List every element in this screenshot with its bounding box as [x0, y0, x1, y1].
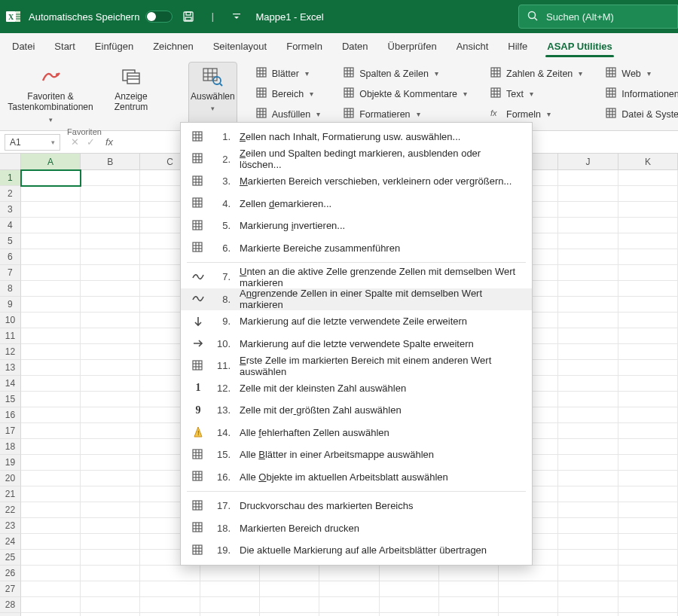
- ribbon-cmd-informationen[interactable]: Informationen▾: [600, 85, 678, 102]
- cell[interactable]: [21, 550, 81, 566]
- cell[interactable]: [81, 328, 140, 344]
- cell[interactable]: [618, 392, 678, 407]
- cell[interactable]: [81, 471, 140, 486]
- menu-item-16[interactable]: 16.Alle Objekte im aktuellen Arbeitsblat…: [181, 466, 532, 489]
- row-header[interactable]: 20: [0, 471, 21, 486]
- menu-item-8[interactable]: 8.Angrenzende Zellen in einer Spalte mit…: [181, 288, 532, 311]
- cell[interactable]: [21, 328, 81, 344]
- cell[interactable]: [21, 313, 81, 328]
- cell[interactable]: [319, 581, 379, 597]
- cell[interactable]: [618, 423, 678, 439]
- row-header[interactable]: 25: [0, 550, 21, 566]
- cell[interactable]: [558, 392, 618, 407]
- cell[interactable]: [21, 471, 81, 486]
- menu-item-17[interactable]: 17.Druckvorschau des markierten Bereichs: [181, 495, 532, 517]
- cell[interactable]: [21, 392, 81, 407]
- row-header[interactable]: 24: [0, 534, 21, 550]
- cell[interactable]: [618, 281, 678, 297]
- cell[interactable]: [618, 502, 678, 518]
- cell[interactable]: [558, 439, 618, 455]
- cell[interactable]: [558, 170, 618, 186]
- menu-item-9[interactable]: 9.Markierung auf die letzte verwendete Z…: [181, 310, 532, 333]
- cell[interactable]: [21, 202, 81, 218]
- cell[interactable]: [200, 566, 260, 581]
- row-header[interactable]: 8: [0, 281, 21, 297]
- cell[interactable]: [21, 265, 81, 281]
- cell[interactable]: [81, 597, 140, 613]
- cell[interactable]: [558, 597, 618, 613]
- cell[interactable]: [499, 581, 558, 597]
- cell[interactable]: [618, 581, 678, 597]
- cell[interactable]: [499, 566, 558, 581]
- cell[interactable]: [618, 613, 678, 616]
- cell[interactable]: [380, 566, 439, 581]
- cell[interactable]: [618, 186, 678, 202]
- column-header[interactable]: K: [618, 154, 678, 169]
- cell[interactable]: [81, 455, 140, 471]
- fx-label[interactable]: fx: [101, 136, 118, 148]
- cell[interactable]: [618, 360, 678, 376]
- cell[interactable]: [618, 344, 678, 360]
- cell[interactable]: [319, 613, 379, 616]
- cell[interactable]: [558, 550, 618, 566]
- tab-start[interactable]: Start: [45, 35, 84, 59]
- cell[interactable]: [439, 581, 499, 597]
- cell[interactable]: [21, 344, 81, 360]
- cell[interactable]: [558, 423, 618, 439]
- row-header[interactable]: 10: [0, 313, 21, 328]
- ribbon-cmd-web[interactable]: Web▾: [600, 65, 678, 82]
- row-header[interactable]: 2: [0, 186, 21, 202]
- row-header[interactable]: 21: [0, 486, 21, 502]
- menu-item-18[interactable]: 18.Markierten Bereich drucken: [181, 517, 532, 540]
- cell[interactable]: [558, 455, 618, 471]
- column-header[interactable]: A: [21, 154, 81, 169]
- cell[interactable]: [21, 376, 81, 392]
- cell[interactable]: [558, 613, 618, 616]
- cell[interactable]: [380, 613, 439, 616]
- cell[interactable]: [21, 218, 81, 233]
- cell[interactable]: [558, 566, 618, 581]
- ribbon-cmd-bereich[interactable]: Bereich▾: [251, 85, 325, 102]
- cell[interactable]: [618, 170, 678, 186]
- menu-item-19[interactable]: 19.Die aktuelle Markierung auf alle Arbe…: [181, 539, 532, 562]
- tab-hilfe[interactable]: Hilfe: [499, 35, 536, 59]
- row-header[interactable]: 17: [0, 423, 21, 439]
- cell[interactable]: [319, 566, 379, 581]
- cell[interactable]: [81, 360, 140, 376]
- tab-daten[interactable]: Daten: [333, 35, 377, 59]
- menu-item-11[interactable]: 11.Erste Zelle im markierten Bereich mit…: [181, 355, 532, 377]
- ribbon-cmd-text[interactable]: Text▾: [485, 85, 587, 102]
- cell[interactable]: [618, 407, 678, 423]
- cell[interactable]: [380, 581, 439, 597]
- cell[interactable]: [558, 471, 618, 486]
- cell[interactable]: [558, 376, 618, 392]
- cell[interactable]: [200, 581, 260, 597]
- cell[interactable]: [81, 233, 140, 249]
- row-header[interactable]: 15: [0, 392, 21, 407]
- favoriten-button[interactable]: Favoriten & Tastenkombinationen ▾: [8, 62, 93, 126]
- cell[interactable]: [260, 597, 319, 613]
- menu-item-5[interactable]: 5.Markierung invertieren...: [181, 215, 532, 237]
- cell[interactable]: [21, 566, 81, 581]
- cell[interactable]: [260, 566, 319, 581]
- cell[interactable]: [439, 566, 499, 581]
- cell[interactable]: [21, 518, 81, 534]
- cell[interactable]: [21, 439, 81, 455]
- cell[interactable]: [618, 376, 678, 392]
- cell[interactable]: [21, 249, 81, 265]
- ribbon-cmd-datei-system[interactable]: Datei & System▾: [600, 105, 678, 123]
- row-header[interactable]: 6: [0, 249, 21, 265]
- menu-item-6[interactable]: 6.Markierte Bereiche zusammenführen: [181, 237, 532, 260]
- cell[interactable]: [21, 581, 81, 597]
- cell[interactable]: [81, 392, 140, 407]
- row-header[interactable]: 19: [0, 455, 21, 471]
- cell[interactable]: [618, 328, 678, 344]
- cell[interactable]: [618, 597, 678, 613]
- cell[interactable]: [618, 566, 678, 581]
- tab-zeichnen[interactable]: Zeichnen: [144, 35, 202, 59]
- row-header[interactable]: 9: [0, 297, 21, 313]
- tab-datei[interactable]: Datei: [3, 35, 44, 59]
- anzeige-zentrum-button[interactable]: Anzeige Zentrum: [101, 62, 161, 126]
- cell[interactable]: [81, 265, 140, 281]
- cell[interactable]: [618, 249, 678, 265]
